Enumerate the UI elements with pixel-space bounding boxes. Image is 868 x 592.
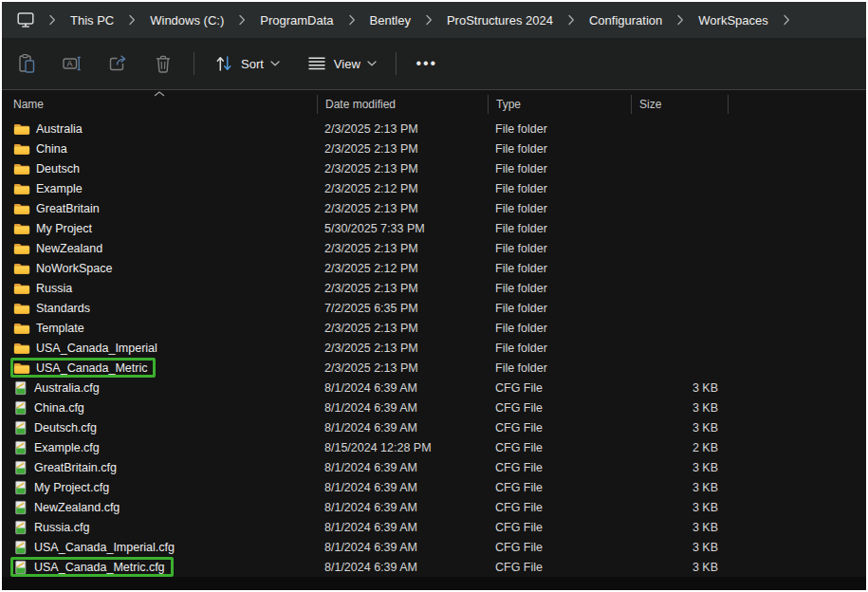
- row-date-modified: 2/3/2025 2:12 PM: [317, 262, 488, 275]
- cfg-file-icon: [13, 440, 28, 455]
- table-row[interactable]: USA_Canada_Metric 2/3/2025 2:13 PM File …: [2, 358, 866, 378]
- table-row[interactable]: China.cfg 8/1/2024 6:39 AM CFG File 3 KB: [2, 398, 866, 417]
- toolbar-divider: [396, 52, 397, 75]
- chevron-right-icon: [348, 14, 356, 26]
- table-row[interactable]: Russia.cfg 8/1/2024 6:39 AM CFG File 3 K…: [2, 517, 866, 537]
- row-name-cell: Template: [2, 318, 317, 338]
- row-name-cell: Deutsch: [2, 158, 317, 178]
- row-size: 3 KB: [631, 521, 728, 534]
- paste-button[interactable]: [9, 46, 44, 81]
- file-name: China: [36, 142, 67, 156]
- table-row[interactable]: Deutsch.cfg 8/1/2024 6:39 AM CFG File 3 …: [2, 417, 866, 437]
- file-name: Russia.cfg: [34, 521, 89, 534]
- file-name: NewZealand.cfg: [34, 501, 120, 514]
- file-name: USA_Canada_Imperial: [36, 342, 157, 355]
- table-row[interactable]: USA_Canada_Metric.cfg 8/1/2024 6:39 AM C…: [2, 557, 866, 577]
- delete-button[interactable]: [146, 46, 180, 81]
- table-row[interactable]: GreatBritain.cfg 8/1/2024 6:39 AM CFG Fi…: [2, 457, 866, 477]
- table-row[interactable]: USA_Canada_Imperial 2/3/2025 2:13 PM Fil…: [2, 338, 866, 358]
- column-header-name[interactable]: Name: [2, 95, 317, 114]
- table-row[interactable]: NewZealand 2/3/2025 2:13 PM File folder: [2, 238, 866, 258]
- table-row[interactable]: Russia 2/3/2025 2:13 PM File folder: [2, 278, 866, 298]
- table-row[interactable]: Template 2/3/2025 2:13 PM File folder: [2, 318, 866, 338]
- row-type: CFG File: [488, 441, 631, 454]
- row-name-cell: China.cfg: [2, 398, 317, 417]
- row-name-cell: Russia.cfg: [2, 517, 317, 537]
- breadcrumb-item[interactable]: ProgramData: [254, 9, 339, 31]
- table-row[interactable]: NewZealand.cfg 8/1/2024 6:39 AM CFG File…: [2, 497, 866, 517]
- file-name: Australia.cfg: [34, 381, 100, 395]
- file-name: GreatBritain.cfg: [34, 461, 117, 474]
- row-size: 3 KB: [631, 421, 728, 435]
- rename-button[interactable]: [55, 46, 89, 81]
- folder-icon: [13, 301, 30, 316]
- column-header-type[interactable]: Type: [488, 95, 631, 114]
- file-name: Example.cfg: [34, 441, 100, 454]
- breadcrumb-item[interactable]: This PC: [65, 9, 120, 31]
- table-row[interactable]: Example.cfg 8/15/2024 12:28 PM CFG File …: [2, 437, 866, 457]
- column-header-date-modified[interactable]: Date modified: [317, 95, 488, 114]
- table-row[interactable]: NoWorkSpace 2/3/2025 2:12 PM File folder: [2, 258, 866, 278]
- row-type: File folder: [488, 342, 631, 355]
- row-type: File folder: [488, 262, 631, 275]
- row-type: CFG File: [488, 401, 631, 415]
- share-button[interactable]: [101, 46, 135, 81]
- chevron-down-icon: [367, 61, 377, 66]
- row-type: File folder: [488, 322, 631, 335]
- row-type: File folder: [488, 242, 631, 255]
- view-button[interactable]: View: [301, 46, 382, 81]
- table-row[interactable]: Standards 7/2/2025 6:35 PM File folder: [2, 298, 866, 318]
- cfg-file-icon: [13, 540, 28, 555]
- row-name-cell: GreatBritain: [2, 198, 317, 218]
- row-type: File folder: [488, 162, 631, 176]
- table-row[interactable]: Deutsch 2/3/2025 2:13 PM File folder: [2, 158, 866, 178]
- row-type: CFG File: [488, 421, 631, 435]
- file-name: NoWorkSpace: [36, 262, 112, 275]
- file-name: Template: [36, 322, 84, 335]
- row-name-cell: My Project.cfg: [2, 477, 317, 497]
- row-name-cell: Australia.cfg: [2, 378, 317, 398]
- breadcrumb-item[interactable]: WorkSpaces: [693, 9, 773, 31]
- sort-button[interactable]: Sort: [208, 46, 286, 81]
- row-date-modified: 8/1/2024 6:39 AM: [317, 541, 488, 554]
- breadcrumb-item[interactable]: ProStructures 2024: [441, 9, 559, 31]
- breadcrumb-item[interactable]: Configuration: [583, 9, 668, 31]
- table-row[interactable]: China 2/3/2025 2:13 PM File folder: [2, 139, 866, 158]
- row-date-modified: 7/2/2025 6:35 PM: [317, 302, 488, 315]
- row-name-cell: NoWorkSpace: [2, 258, 317, 278]
- folder-icon: [13, 181, 30, 196]
- row-type: File folder: [488, 222, 631, 235]
- column-header-size[interactable]: Size: [631, 95, 728, 114]
- row-date-modified: 8/1/2024 6:39 AM: [317, 421, 488, 435]
- table-row[interactable]: Australia.cfg 8/1/2024 6:39 AM CFG File …: [2, 378, 866, 398]
- sort-ascending-caret-icon: [154, 91, 165, 97]
- row-date-modified: 8/1/2024 6:39 AM: [317, 561, 488, 574]
- this-pc-monitor-icon[interactable]: [11, 7, 40, 33]
- row-date-modified: 8/15/2024 12:28 PM: [317, 441, 488, 454]
- file-name: Example: [36, 182, 83, 195]
- file-name: My Project: [36, 222, 92, 235]
- table-row[interactable]: Example 2/3/2025 2:12 PM File folder: [2, 178, 866, 198]
- table-row[interactable]: My Project.cfg 8/1/2024 6:39 AM CFG File…: [2, 477, 866, 497]
- folder-icon: [13, 341, 30, 356]
- file-explorer-window: This PC Windows (C:) ProgramData Bentley…: [0, 0, 868, 592]
- breadcrumb-item[interactable]: Bentley: [364, 9, 416, 31]
- cfg-file-icon: [13, 460, 28, 475]
- see-more-button[interactable]: •••: [410, 46, 444, 81]
- folder-icon: [13, 221, 30, 236]
- row-type: File folder: [488, 282, 631, 295]
- row-size: 3 KB: [631, 561, 728, 574]
- row-size: 3 KB: [631, 501, 728, 514]
- table-row[interactable]: Australia 2/3/2025 2:13 PM File folder: [2, 119, 866, 139]
- file-name: Deutsch: [36, 162, 80, 176]
- row-date-modified: 2/3/2025 2:13 PM: [317, 242, 488, 255]
- cfg-file-icon: [13, 480, 28, 495]
- table-row[interactable]: GreatBritain 2/3/2025 2:13 PM File folde…: [2, 198, 866, 218]
- table-row[interactable]: My Project 5/30/2025 7:33 PM File folder: [2, 218, 866, 238]
- table-row[interactable]: USA_Canada_Imperial.cfg 8/1/2024 6:39 AM…: [2, 537, 866, 557]
- breadcrumb-item[interactable]: Windows (C:): [144, 9, 230, 31]
- file-name: Standards: [36, 302, 90, 315]
- file-name: USA_Canada_Metric.cfg: [34, 561, 165, 574]
- file-name: GreatBritain: [36, 202, 100, 215]
- delete-icon: [153, 53, 174, 74]
